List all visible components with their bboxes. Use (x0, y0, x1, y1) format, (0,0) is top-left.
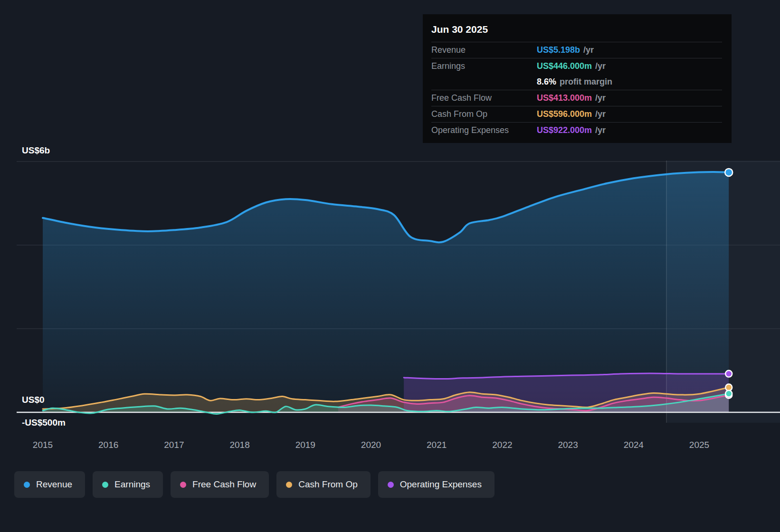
legend-item-operating-expenses[interactable]: Operating Expenses (378, 471, 495, 498)
page: { "tooltip": { "date": "Jun 30 2025", "r… (0, 0, 780, 532)
tooltip-row-value: US$5.198b/yr (537, 45, 722, 55)
tooltip-row-value: US$446.000m/yr (537, 61, 722, 71)
x-axis-tick-2021: 2021 (418, 440, 456, 450)
tooltip-value-text: 8.6% (537, 77, 556, 86)
tooltip-row-cash-from-op: Cash From OpUS$596.000m/yr (431, 106, 722, 122)
legend-label: Earnings (114, 479, 150, 490)
tooltip-row-earnings: EarningsUS$446.000m/yr (431, 58, 722, 74)
x-axis-tick-2020: 2020 (352, 440, 390, 450)
tooltip-row-free-cash-flow: Free Cash FlowUS$413.000m/yr (431, 90, 722, 106)
legend-item-cash-from-op[interactable]: Cash From Op (276, 471, 371, 498)
legend-label: Revenue (36, 479, 72, 490)
tooltip-value-suffix: /yr (595, 93, 606, 103)
tooltip-value-text: US$922.000m (537, 125, 592, 135)
tooltip-row-label: Earnings (431, 61, 537, 71)
legend-item-earnings[interactable]: Earnings (93, 471, 163, 498)
tooltip-value-suffix: /yr (583, 45, 594, 55)
tooltip-value-text: US$596.000m (537, 109, 592, 119)
data-tooltip: Jun 30 2025 RevenueUS$5.198b/yrEarningsU… (423, 14, 732, 143)
legend-label: Operating Expenses (400, 479, 482, 490)
tooltip-row-value: US$922.000m/yr (537, 125, 722, 135)
legend-dot-revenue (24, 482, 30, 488)
tooltip-value-suffix: /yr (595, 109, 606, 119)
legend-label: Free Cash Flow (192, 479, 256, 490)
tooltip-row-value: US$413.000m/yr (537, 93, 722, 103)
legend-dot-cash-from-op (286, 482, 292, 488)
legend-dot-operating-expenses (388, 482, 394, 488)
x-axis: 2015201620172018201920202021202220232024… (0, 440, 780, 454)
tooltip-row-revenue: RevenueUS$5.198b/yr (431, 42, 722, 58)
endpoint-marker-operating-expenses (725, 370, 732, 377)
tooltip-row-value: US$596.000m/yr (537, 109, 722, 119)
tooltip-rows: RevenueUS$5.198b/yrEarningsUS$446.000m/y… (431, 42, 722, 138)
legend-label: Cash From Op (298, 479, 358, 490)
tooltip-row-label: Free Cash Flow (431, 93, 537, 103)
tooltip-row-label: Operating Expenses (431, 125, 537, 135)
tooltip-row-label: Revenue (431, 45, 537, 55)
x-axis-tick-2019: 2019 (286, 440, 324, 450)
y-axis-label-negative: -US$500m (22, 418, 66, 428)
tooltip-row-operating-expenses: Operating ExpensesUS$922.000m/yr (431, 122, 722, 138)
x-axis-tick-2017: 2017 (155, 440, 193, 450)
x-axis-tick-2018: 2018 (221, 440, 259, 450)
endpoint-marker-earnings (725, 390, 732, 397)
x-axis-tick-2022: 2022 (483, 440, 521, 450)
x-axis-tick-2025: 2025 (680, 440, 718, 450)
legend-dot-earnings (102, 482, 108, 488)
tooltip-row-label: Cash From Op (431, 109, 537, 119)
tooltip-date: Jun 30 2025 (431, 19, 722, 42)
tooltip-row-profit-margin: 8.6%profit margin (431, 74, 722, 90)
legend-item-free-cash-flow[interactable]: Free Cash Flow (171, 471, 269, 498)
tooltip-row-value: 8.6%profit margin (537, 77, 722, 87)
y-axis-label-top: US$6b (22, 145, 50, 156)
x-axis-tick-2015: 2015 (24, 440, 62, 450)
legend: RevenueEarningsFree Cash FlowCash From O… (14, 471, 495, 498)
legend-item-revenue[interactable]: Revenue (14, 471, 85, 498)
x-axis-tick-2024: 2024 (615, 440, 653, 450)
endpoint-marker-cash-from-op (725, 384, 732, 391)
chart-canvas[interactable] (0, 142, 780, 456)
legend-dot-free-cash-flow (180, 482, 186, 488)
x-axis-tick-2016: 2016 (89, 440, 127, 450)
tooltip-value-suffix: profit margin (560, 77, 612, 86)
tooltip-value-text: US$413.000m (537, 93, 592, 103)
tooltip-value-suffix: /yr (595, 125, 606, 135)
tooltip-value-text: US$5.198b (537, 45, 580, 55)
tooltip-value-text: US$446.000m (537, 61, 592, 71)
x-axis-tick-2023: 2023 (549, 440, 587, 450)
tooltip-value-suffix: /yr (595, 61, 606, 71)
endpoint-marker-revenue (725, 169, 732, 176)
y-axis-label-zero: US$0 (22, 395, 45, 405)
